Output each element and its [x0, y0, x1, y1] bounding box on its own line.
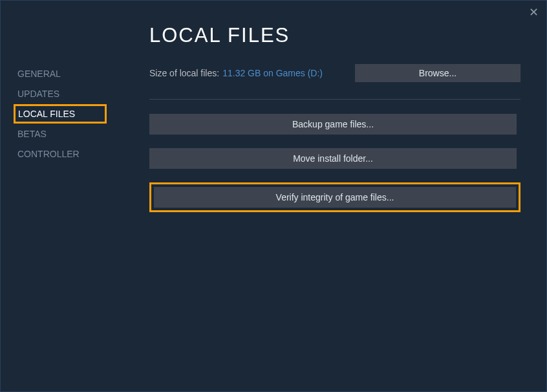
sidebar-item-highlight: LOCAL FILES	[14, 104, 107, 124]
main-panel: LOCAL FILES Size of local files: 11.32 G…	[149, 1, 546, 391]
sidebar-item-local-files[interactable]: LOCAL FILES	[18, 109, 75, 118]
sidebar: GENERAL UPDATES LOCAL FILES BETAS CONTRO…	[1, 1, 149, 391]
size-label: Size of local files:	[149, 68, 219, 78]
sidebar-item-updates[interactable]: UPDATES	[14, 84, 63, 103]
close-button[interactable]: ✕	[527, 6, 540, 19]
backup-button[interactable]: Backup game files...	[149, 114, 517, 135]
sidebar-item-controller[interactable]: CONTROLLER	[14, 144, 83, 164]
browse-button[interactable]: Browse...	[355, 64, 520, 82]
page-title: LOCAL FILES	[149, 24, 520, 47]
size-row: Size of local files: 11.32 GB on Games (…	[149, 64, 520, 82]
section-divider	[149, 99, 520, 100]
window-container: GENERAL UPDATES LOCAL FILES BETAS CONTRO…	[1, 1, 546, 391]
sidebar-item-betas[interactable]: BETAS	[14, 124, 50, 144]
close-icon: ✕	[529, 5, 539, 19]
size-value: 11.32 GB on Games (D:)	[222, 68, 323, 78]
move-folder-button[interactable]: Move install folder...	[149, 148, 517, 169]
verify-integrity-button[interactable]: Verify integrity of game files...	[154, 187, 516, 208]
sidebar-item-general[interactable]: GENERAL	[14, 64, 65, 83]
verify-button-highlight: Verify integrity of game files...	[149, 182, 520, 212]
